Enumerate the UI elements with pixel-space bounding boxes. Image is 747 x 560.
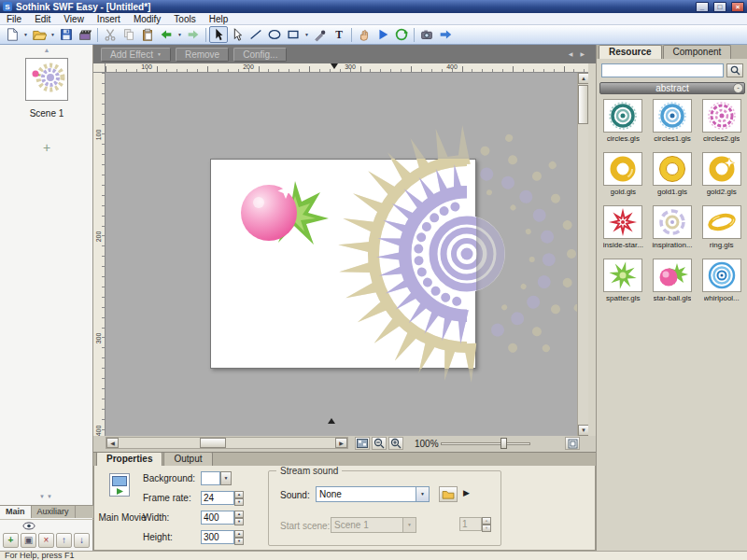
zoom-in-icon[interactable] xyxy=(388,437,403,450)
search-button[interactable] xyxy=(726,63,743,77)
sound-dropdown[interactable]: None ▼ xyxy=(316,486,430,502)
tab-resource[interactable]: Resource xyxy=(599,45,662,59)
scene-delete-button[interactable]: × xyxy=(38,533,54,548)
frame-rate-input[interactable] xyxy=(201,491,234,505)
rectangle-tool-icon[interactable] xyxy=(284,26,303,43)
line-tool-icon[interactable] xyxy=(247,26,265,43)
hand-tool-icon[interactable] xyxy=(355,26,374,43)
start-scene-dropdown[interactable]: Scene 1 ▼ xyxy=(331,517,416,533)
canvas-area[interactable]: ▲ ▼ xyxy=(106,73,588,436)
undo-icon[interactable] xyxy=(157,26,176,43)
export-html-icon[interactable] xyxy=(436,26,455,43)
zoom-slider[interactable] xyxy=(441,437,530,450)
menu-modify[interactable]: Modify xyxy=(127,13,167,25)
open-caret-icon[interactable]: ▼ xyxy=(49,26,57,43)
play-sound-button[interactable]: ▶ xyxy=(463,488,470,497)
new-document-caret-icon[interactable]: ▼ xyxy=(21,26,30,43)
save-icon[interactable] xyxy=(57,26,76,43)
effect-scroll-right-icon[interactable]: ▶ xyxy=(580,50,585,57)
publish-icon[interactable] xyxy=(392,26,411,43)
zoom-out-icon[interactable] xyxy=(372,437,387,450)
canvas-horizontal-scrollbar[interactable]: ◀ ▶ xyxy=(106,437,348,449)
add-effect-button[interactable]: Add Effect▼ xyxy=(101,48,171,62)
inspiration-icon[interactable] xyxy=(653,205,692,239)
config-effect-button[interactable]: Config... xyxy=(233,48,287,62)
scene-move-up-button[interactable]: ↑ xyxy=(56,533,72,548)
resource-item[interactable]: gold.gls xyxy=(599,152,648,203)
start-scene-caret-icon[interactable]: ▼ xyxy=(402,518,416,532)
scroll-down-button[interactable]: ▼ xyxy=(578,425,588,436)
tab-main[interactable]: Main xyxy=(0,506,32,518)
paste-icon[interactable] xyxy=(138,26,157,43)
tab-output[interactable]: Output xyxy=(163,452,212,466)
zoom-slider-thumb[interactable] xyxy=(500,438,507,449)
category-header[interactable]: abstract xyxy=(599,82,745,94)
eye-icon[interactable] xyxy=(22,522,35,530)
shape-tool-caret-icon[interactable]: ▼ xyxy=(303,26,311,43)
background-caret-icon[interactable]: ▼ xyxy=(220,471,232,485)
menu-help[interactable]: Help xyxy=(203,13,235,25)
background-color-swatch[interactable] xyxy=(201,471,220,485)
resource-item[interactable]: gold1.gls xyxy=(648,152,698,203)
sound-offset-spinner[interactable]: ▲▼ xyxy=(482,517,491,531)
eyedropper-tool-icon[interactable] xyxy=(311,26,330,43)
star-ball-graphic[interactable] xyxy=(233,175,331,250)
scroll-up-button[interactable]: ▲ xyxy=(578,73,588,84)
subselect-tool-icon[interactable] xyxy=(228,26,247,43)
browse-sound-button[interactable] xyxy=(439,486,458,502)
gold2-icon[interactable] xyxy=(702,152,741,186)
resource-item[interactable]: gold2.gls xyxy=(697,152,746,203)
zoom-slider-track[interactable] xyxy=(441,442,530,445)
gold-icon[interactable] xyxy=(603,152,642,186)
scene-thumbnail[interactable] xyxy=(25,58,68,101)
gold1-icon[interactable] xyxy=(653,152,692,186)
circles1-icon[interactable] xyxy=(653,99,692,133)
width-input[interactable] xyxy=(201,511,234,525)
height-spinner[interactable]: ▲▼ xyxy=(234,530,244,544)
menu-tools[interactable]: Tools xyxy=(167,13,202,25)
scene-export-button[interactable]: ▣ xyxy=(21,533,36,548)
spatter-icon[interactable] xyxy=(603,259,642,292)
menu-insert[interactable]: Insert xyxy=(91,13,127,25)
select-tool-icon[interactable] xyxy=(209,26,228,43)
circles-icon[interactable] xyxy=(603,99,642,133)
scene-scroll-down-icon[interactable]: ▼▼ xyxy=(0,494,93,499)
resource-item[interactable]: inspiration... xyxy=(648,205,698,256)
scene-scroll-up-icon[interactable]: ▲ xyxy=(0,47,93,53)
menu-edit[interactable]: Edit xyxy=(28,13,57,25)
ornament-graphic[interactable] xyxy=(329,119,588,390)
copy-icon[interactable] xyxy=(120,26,138,43)
undo-caret-icon[interactable]: ▼ xyxy=(176,26,184,43)
sound-dropdown-caret-icon[interactable]: ▼ xyxy=(416,487,429,501)
open-icon[interactable] xyxy=(30,26,49,43)
close-button[interactable]: × xyxy=(731,2,744,12)
scroll-left-button[interactable]: ◀ xyxy=(106,438,119,448)
scene-move-down-button[interactable]: ↓ xyxy=(74,533,90,548)
resource-item[interactable]: ring.gls xyxy=(697,205,746,256)
resource-item[interactable]: spatter.gls xyxy=(599,259,648,309)
playhead-marker[interactable] xyxy=(331,63,338,69)
cut-icon[interactable] xyxy=(101,26,120,43)
fit-stage-icon[interactable] xyxy=(565,437,580,450)
sound-offset-input[interactable] xyxy=(459,517,482,531)
scene-add-button[interactable]: + xyxy=(3,533,19,548)
test-movie-icon[interactable] xyxy=(374,26,392,43)
add-scene-button[interactable]: + xyxy=(0,140,93,155)
redo-icon[interactable] xyxy=(184,26,203,43)
height-input[interactable] xyxy=(201,530,234,544)
export-movie-icon[interactable] xyxy=(76,26,94,43)
tab-properties[interactable]: Properties xyxy=(96,452,162,466)
effect-scroll-left-icon[interactable]: ◀ xyxy=(569,50,573,57)
remove-effect-button[interactable]: Remove xyxy=(176,48,229,62)
new-document-icon[interactable] xyxy=(3,26,21,43)
minimize-button[interactable]: _ xyxy=(696,2,709,12)
frame-rate-spinner[interactable]: ▲▼ xyxy=(234,491,244,505)
maximize-button[interactable]: □ xyxy=(713,2,726,12)
resource-item[interactable]: circles.gls xyxy=(599,99,648,149)
text-tool-icon[interactable]: T xyxy=(330,26,348,43)
tab-auxiliary[interactable]: Auxiliary xyxy=(32,506,76,518)
collapse-category-icon[interactable]: - xyxy=(733,83,743,93)
hscroll-thumb[interactable] xyxy=(200,438,226,448)
scroll-right-button[interactable]: ▶ xyxy=(335,438,347,448)
resource-item[interactable]: circles2.gls xyxy=(697,99,746,149)
